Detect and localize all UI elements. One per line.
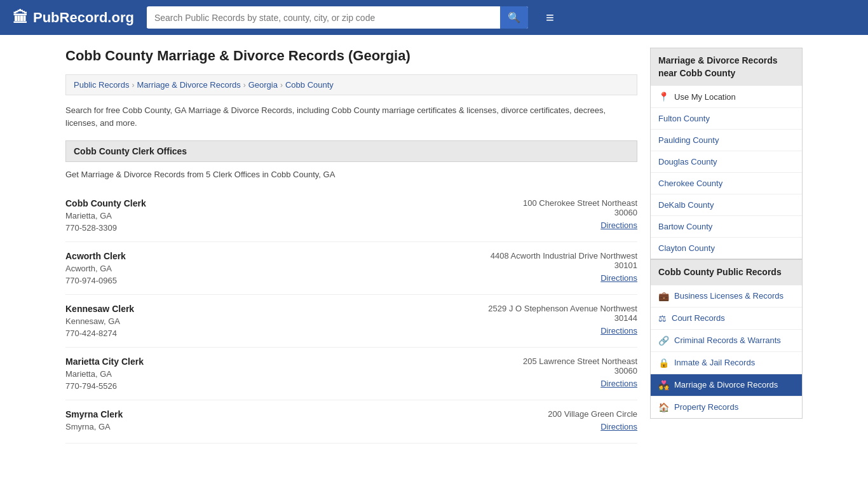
clerk-address: 4408 Acworth Industrial Drive Northwest3… [491, 251, 637, 270]
location-icon: 📍 [658, 92, 669, 102]
clerk-section-desc: Get Marriage & Divorce Records from 5 Cl… [65, 170, 637, 179]
breadcrumb-cobb-county[interactable]: Cobb County [285, 80, 334, 90]
main-content: Cobb County Marriage & Divorce Records (… [65, 48, 637, 444]
sidebar: Marriage & Divorce Records near Cobb Cou… [650, 48, 803, 444]
hamburger-icon: ≡ [546, 10, 554, 25]
clerk-address: 205 Lawrence Street Northeast30060 [498, 356, 637, 376]
nearby-list-item: DeKalb County [651, 194, 802, 216]
nearby-list-item: Cherokee County [651, 173, 802, 194]
clerk-list: Cobb County Clerk Marietta, GA 770-528-3… [65, 189, 637, 444]
menu-button[interactable]: ≡ [541, 7, 559, 29]
nearby-label: Clayton County [658, 243, 715, 253]
clerk-entry: Marietta City Clerk Marietta, GA 770-794… [65, 348, 637, 400]
clerk-right: 100 Cherokee Street Northeast30060 Direc… [498, 198, 637, 233]
nearby-link-6[interactable]: Bartow County [651, 216, 802, 237]
nearby-list: 📍 Use My Location Fulton County Paulding… [651, 86, 802, 259]
page-description: Search for free Cobb County, GA Marriage… [65, 104, 637, 129]
public-record-label: Court Records [672, 313, 725, 323]
record-icon: 🔒 [658, 358, 669, 368]
clerk-right: 2529 J O Stephenson Avenue Northwest3014… [488, 304, 637, 338]
clerk-name: Kennesaw Clerk [65, 304, 475, 314]
public-record-link-5[interactable]: 🏠 Property Records [651, 396, 802, 418]
nearby-label: Douglas County [658, 157, 717, 166]
clerk-city: Acworth, GA [65, 264, 478, 273]
clerk-city: Kennesaw, GA [65, 316, 475, 326]
breadcrumb-sep-2: › [243, 81, 246, 90]
clerk-name: Acworth Clerk [65, 251, 478, 261]
nearby-link-2[interactable]: Paulding County [651, 130, 802, 151]
public-records-list: 💼 Business Licenses & Records ⚖ Court Re… [651, 285, 802, 418]
clerk-section-heading: Cobb County Clerk Offices [65, 140, 637, 162]
search-bar: 🔍 [147, 6, 528, 29]
nearby-label: Bartow County [658, 222, 712, 231]
clerk-name: Marietta City Clerk [65, 356, 485, 367]
nearby-link-3[interactable]: Douglas County [651, 151, 802, 172]
breadcrumb-sep-1: › [132, 81, 134, 90]
public-records-header: Cobb County Public Records [651, 260, 802, 285]
nearby-list-item: 📍 Use My Location [651, 86, 802, 108]
public-record-link-2[interactable]: 🔗 Criminal Records & Warrants [651, 330, 802, 351]
clerk-entry: Kennesaw Clerk Kennesaw, GA 770-424-8274… [65, 295, 637, 348]
clerk-left: Cobb County Clerk Marietta, GA 770-528-3… [65, 198, 485, 233]
record-icon: ⚖ [658, 313, 667, 323]
breadcrumb-georgia[interactable]: Georgia [248, 80, 278, 90]
site-header: 🏛 PubRecord.org 🔍 ≡ [0, 0, 868, 35]
clerk-left: Marietta City Clerk Marietta, GA 770-794… [65, 356, 485, 391]
breadcrumb: Public Records › Marriage & Divorce Reco… [65, 74, 637, 95]
clerk-address: 200 Village Green Circle [498, 409, 637, 419]
nearby-label: Use My Location [674, 92, 736, 102]
directions-link[interactable]: Directions [600, 422, 637, 431]
clerk-left: Kennesaw Clerk Kennesaw, GA 770-424-8274 [65, 304, 475, 338]
logo-icon: 🏛 [13, 9, 28, 27]
clerk-address: 2529 J O Stephenson Avenue Northwest3014… [488, 304, 637, 323]
public-record-link-0[interactable]: 💼 Business Licenses & Records [651, 285, 802, 307]
search-input[interactable] [147, 8, 500, 28]
clerk-right: 200 Village Green Circle Directions [498, 409, 637, 434]
directions-link[interactable]: Directions [600, 379, 637, 388]
clerk-phone: 770-424-8274 [65, 329, 475, 338]
public-record-link-4[interactable]: 💑 Marriage & Divorce Records [651, 374, 802, 396]
nearby-label: Cherokee County [658, 179, 722, 188]
public-record-list-item: 🔗 Criminal Records & Warrants [651, 330, 802, 352]
breadcrumb-marriage-divorce[interactable]: Marriage & Divorce Records [137, 80, 240, 90]
nearby-link-1[interactable]: Fulton County [651, 108, 802, 129]
nearby-link-4[interactable]: Cherokee County [651, 173, 802, 194]
nearby-link-7[interactable]: Clayton County [651, 238, 802, 259]
clerk-left: Acworth Clerk Acworth, GA 770-974-0965 [65, 251, 478, 285]
clerk-left: Smyrna Clerk Smyrna, GA [65, 409, 485, 434]
nearby-label: DeKalb County [658, 200, 714, 210]
clerk-entry: Cobb County Clerk Marietta, GA 770-528-3… [65, 189, 637, 242]
breadcrumb-sep-3: › [280, 81, 283, 90]
nearby-link-0[interactable]: 📍 Use My Location [651, 86, 802, 107]
public-record-link-3[interactable]: 🔒 Inmate & Jail Records [651, 352, 802, 374]
public-record-label: Inmate & Jail Records [674, 358, 755, 367]
clerk-phone: 770-794-5526 [65, 381, 485, 391]
record-icon: 🔗 [658, 336, 669, 346]
directions-link[interactable]: Directions [600, 220, 637, 230]
public-records-box: Cobb County Public Records 💼 Business Li… [650, 259, 803, 419]
nearby-list-item: Clayton County [651, 238, 802, 259]
nearby-header: Marriage & Divorce Records near Cobb Cou… [651, 48, 802, 86]
directions-link[interactable]: Directions [600, 326, 637, 336]
public-record-label: Business Licenses & Records [674, 291, 783, 301]
clerk-name: Smyrna Clerk [65, 409, 485, 419]
clerk-address: 100 Cherokee Street Northeast30060 [498, 198, 637, 217]
clerk-phone: 770-528-3309 [65, 223, 485, 233]
directions-link[interactable]: Directions [600, 273, 637, 283]
breadcrumb-public-records[interactable]: Public Records [74, 80, 129, 90]
nearby-box: Marriage & Divorce Records near Cobb Cou… [650, 48, 803, 259]
search-button[interactable]: 🔍 [500, 6, 528, 29]
nearby-link-5[interactable]: DeKalb County [651, 194, 802, 215]
record-icon: 🏠 [658, 402, 669, 412]
site-logo[interactable]: 🏛 PubRecord.org [13, 9, 134, 27]
nearby-list-item: Fulton County [651, 108, 802, 130]
nearby-list-item: Paulding County [651, 130, 802, 151]
nearby-label: Paulding County [658, 135, 719, 145]
public-record-link-1[interactable]: ⚖ Court Records [651, 308, 802, 329]
record-icon: 💼 [658, 291, 669, 301]
clerk-city: Smyrna, GA [65, 422, 485, 431]
logo-text: PubRecord.org [33, 10, 134, 26]
clerk-right: 4408 Acworth Industrial Drive Northwest3… [491, 251, 637, 285]
page-title: Cobb County Marriage & Divorce Records (… [65, 48, 637, 64]
public-record-label: Marriage & Divorce Records [674, 380, 778, 390]
